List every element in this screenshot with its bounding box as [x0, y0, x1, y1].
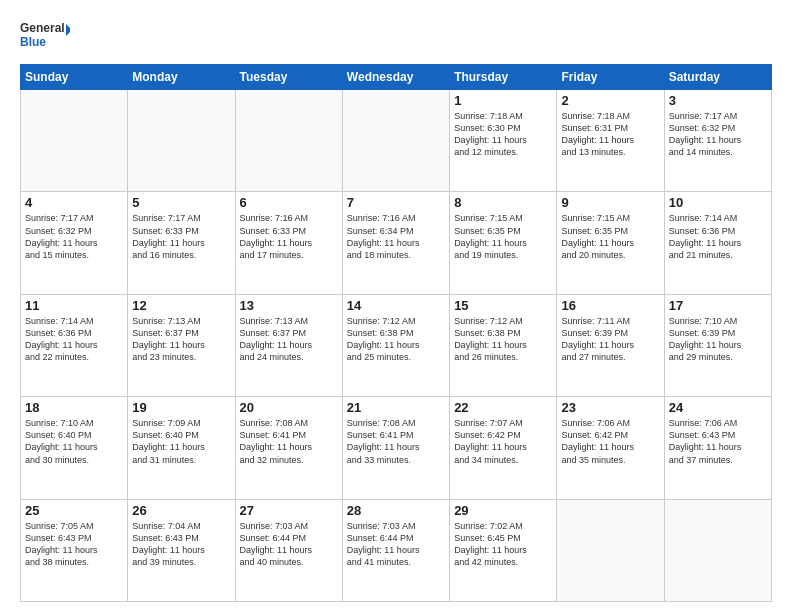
day-cell: [342, 90, 449, 192]
day-number: 19: [132, 400, 230, 415]
logo-svg: General Blue: [20, 16, 70, 56]
day-info: Sunrise: 7:16 AM Sunset: 6:33 PM Dayligh…: [240, 212, 338, 261]
day-info: Sunrise: 7:17 AM Sunset: 6:33 PM Dayligh…: [132, 212, 230, 261]
day-cell: 27Sunrise: 7:03 AM Sunset: 6:44 PM Dayli…: [235, 499, 342, 601]
day-info: Sunrise: 7:15 AM Sunset: 6:35 PM Dayligh…: [454, 212, 552, 261]
week-row-3: 18Sunrise: 7:10 AM Sunset: 6:40 PM Dayli…: [21, 397, 772, 499]
col-header-monday: Monday: [128, 65, 235, 90]
day-number: 14: [347, 298, 445, 313]
day-info: Sunrise: 7:14 AM Sunset: 6:36 PM Dayligh…: [25, 315, 123, 364]
day-cell: 13Sunrise: 7:13 AM Sunset: 6:37 PM Dayli…: [235, 294, 342, 396]
day-cell: 10Sunrise: 7:14 AM Sunset: 6:36 PM Dayli…: [664, 192, 771, 294]
day-number: 13: [240, 298, 338, 313]
day-cell: 2Sunrise: 7:18 AM Sunset: 6:31 PM Daylig…: [557, 90, 664, 192]
day-number: 8: [454, 195, 552, 210]
day-number: 27: [240, 503, 338, 518]
day-info: Sunrise: 7:03 AM Sunset: 6:44 PM Dayligh…: [240, 520, 338, 569]
day-info: Sunrise: 7:18 AM Sunset: 6:30 PM Dayligh…: [454, 110, 552, 159]
day-info: Sunrise: 7:05 AM Sunset: 6:43 PM Dayligh…: [25, 520, 123, 569]
day-number: 3: [669, 93, 767, 108]
day-info: Sunrise: 7:15 AM Sunset: 6:35 PM Dayligh…: [561, 212, 659, 261]
day-info: Sunrise: 7:13 AM Sunset: 6:37 PM Dayligh…: [132, 315, 230, 364]
day-cell: [557, 499, 664, 601]
day-cell: [664, 499, 771, 601]
day-info: Sunrise: 7:02 AM Sunset: 6:45 PM Dayligh…: [454, 520, 552, 569]
day-cell: 25Sunrise: 7:05 AM Sunset: 6:43 PM Dayli…: [21, 499, 128, 601]
day-cell: 6Sunrise: 7:16 AM Sunset: 6:33 PM Daylig…: [235, 192, 342, 294]
week-row-0: 1Sunrise: 7:18 AM Sunset: 6:30 PM Daylig…: [21, 90, 772, 192]
day-cell: 5Sunrise: 7:17 AM Sunset: 6:33 PM Daylig…: [128, 192, 235, 294]
col-header-friday: Friday: [557, 65, 664, 90]
day-number: 4: [25, 195, 123, 210]
day-number: 26: [132, 503, 230, 518]
day-info: Sunrise: 7:14 AM Sunset: 6:36 PM Dayligh…: [669, 212, 767, 261]
day-number: 12: [132, 298, 230, 313]
day-cell: 23Sunrise: 7:06 AM Sunset: 6:42 PM Dayli…: [557, 397, 664, 499]
day-cell: 17Sunrise: 7:10 AM Sunset: 6:39 PM Dayli…: [664, 294, 771, 396]
day-cell: 3Sunrise: 7:17 AM Sunset: 6:32 PM Daylig…: [664, 90, 771, 192]
day-cell: 12Sunrise: 7:13 AM Sunset: 6:37 PM Dayli…: [128, 294, 235, 396]
col-header-saturday: Saturday: [664, 65, 771, 90]
day-number: 18: [25, 400, 123, 415]
calendar-table: SundayMondayTuesdayWednesdayThursdayFrid…: [20, 64, 772, 602]
day-cell: 1Sunrise: 7:18 AM Sunset: 6:30 PM Daylig…: [450, 90, 557, 192]
day-cell: [21, 90, 128, 192]
day-number: 29: [454, 503, 552, 518]
col-header-thursday: Thursday: [450, 65, 557, 90]
day-info: Sunrise: 7:18 AM Sunset: 6:31 PM Dayligh…: [561, 110, 659, 159]
day-cell: 24Sunrise: 7:06 AM Sunset: 6:43 PM Dayli…: [664, 397, 771, 499]
day-number: 1: [454, 93, 552, 108]
day-number: 2: [561, 93, 659, 108]
day-number: 11: [25, 298, 123, 313]
day-number: 28: [347, 503, 445, 518]
header: General Blue: [20, 16, 772, 56]
day-info: Sunrise: 7:11 AM Sunset: 6:39 PM Dayligh…: [561, 315, 659, 364]
day-cell: 20Sunrise: 7:08 AM Sunset: 6:41 PM Dayli…: [235, 397, 342, 499]
day-number: 15: [454, 298, 552, 313]
day-info: Sunrise: 7:07 AM Sunset: 6:42 PM Dayligh…: [454, 417, 552, 466]
day-cell: 9Sunrise: 7:15 AM Sunset: 6:35 PM Daylig…: [557, 192, 664, 294]
day-info: Sunrise: 7:09 AM Sunset: 6:40 PM Dayligh…: [132, 417, 230, 466]
day-info: Sunrise: 7:10 AM Sunset: 6:40 PM Dayligh…: [25, 417, 123, 466]
page: General Blue SundayMondayTuesdayWednesda…: [0, 0, 792, 612]
day-info: Sunrise: 7:08 AM Sunset: 6:41 PM Dayligh…: [240, 417, 338, 466]
day-info: Sunrise: 7:06 AM Sunset: 6:42 PM Dayligh…: [561, 417, 659, 466]
day-cell: 19Sunrise: 7:09 AM Sunset: 6:40 PM Dayli…: [128, 397, 235, 499]
day-info: Sunrise: 7:17 AM Sunset: 6:32 PM Dayligh…: [25, 212, 123, 261]
day-number: 7: [347, 195, 445, 210]
day-cell: 16Sunrise: 7:11 AM Sunset: 6:39 PM Dayli…: [557, 294, 664, 396]
day-cell: [235, 90, 342, 192]
logo: General Blue: [20, 16, 70, 56]
day-number: 9: [561, 195, 659, 210]
svg-text:General: General: [20, 21, 65, 35]
day-number: 25: [25, 503, 123, 518]
day-number: 5: [132, 195, 230, 210]
day-info: Sunrise: 7:03 AM Sunset: 6:44 PM Dayligh…: [347, 520, 445, 569]
week-row-1: 4Sunrise: 7:17 AM Sunset: 6:32 PM Daylig…: [21, 192, 772, 294]
day-number: 23: [561, 400, 659, 415]
day-cell: 11Sunrise: 7:14 AM Sunset: 6:36 PM Dayli…: [21, 294, 128, 396]
week-row-4: 25Sunrise: 7:05 AM Sunset: 6:43 PM Dayli…: [21, 499, 772, 601]
day-info: Sunrise: 7:08 AM Sunset: 6:41 PM Dayligh…: [347, 417, 445, 466]
day-number: 22: [454, 400, 552, 415]
day-cell: 14Sunrise: 7:12 AM Sunset: 6:38 PM Dayli…: [342, 294, 449, 396]
day-cell: 22Sunrise: 7:07 AM Sunset: 6:42 PM Dayli…: [450, 397, 557, 499]
day-number: 21: [347, 400, 445, 415]
col-header-wednesday: Wednesday: [342, 65, 449, 90]
day-cell: 15Sunrise: 7:12 AM Sunset: 6:38 PM Dayli…: [450, 294, 557, 396]
day-cell: [128, 90, 235, 192]
day-cell: 28Sunrise: 7:03 AM Sunset: 6:44 PM Dayli…: [342, 499, 449, 601]
svg-marker-2: [66, 24, 70, 36]
day-number: 6: [240, 195, 338, 210]
day-number: 10: [669, 195, 767, 210]
day-info: Sunrise: 7:12 AM Sunset: 6:38 PM Dayligh…: [347, 315, 445, 364]
day-cell: 8Sunrise: 7:15 AM Sunset: 6:35 PM Daylig…: [450, 192, 557, 294]
day-info: Sunrise: 7:12 AM Sunset: 6:38 PM Dayligh…: [454, 315, 552, 364]
col-header-tuesday: Tuesday: [235, 65, 342, 90]
day-cell: 4Sunrise: 7:17 AM Sunset: 6:32 PM Daylig…: [21, 192, 128, 294]
day-cell: 26Sunrise: 7:04 AM Sunset: 6:43 PM Dayli…: [128, 499, 235, 601]
day-info: Sunrise: 7:16 AM Sunset: 6:34 PM Dayligh…: [347, 212, 445, 261]
day-cell: 7Sunrise: 7:16 AM Sunset: 6:34 PM Daylig…: [342, 192, 449, 294]
header-row: SundayMondayTuesdayWednesdayThursdayFrid…: [21, 65, 772, 90]
day-cell: 18Sunrise: 7:10 AM Sunset: 6:40 PM Dayli…: [21, 397, 128, 499]
